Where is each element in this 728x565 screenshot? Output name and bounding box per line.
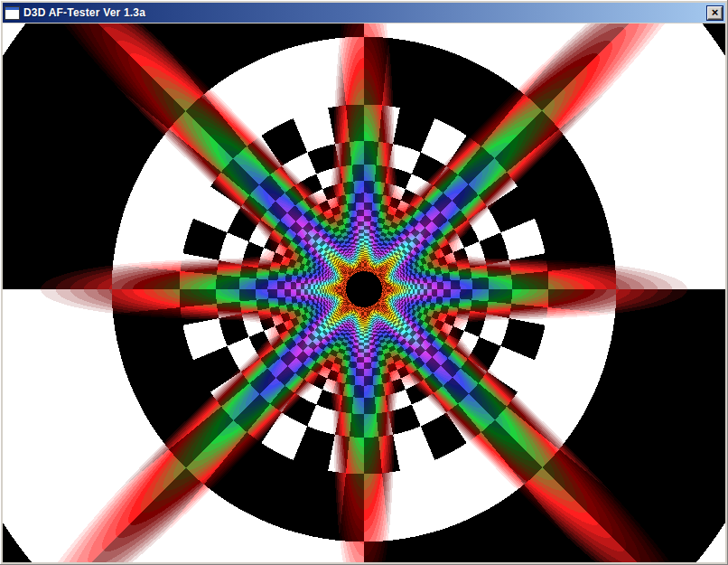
app-window: D3D AF-Tester Ver 1.3a × [0, 0, 728, 565]
close-icon: × [708, 7, 722, 18]
app-icon-stripe [5, 7, 19, 10]
close-button[interactable]: × [707, 6, 723, 20]
titlebar[interactable]: D3D AF-Tester Ver 1.3a × [3, 3, 725, 23]
client-area [3, 24, 725, 562]
window-title: D3D AF-Tester Ver 1.3a [20, 6, 707, 19]
af-test-render-canvas [3, 24, 725, 562]
app-icon[interactable] [5, 6, 20, 20]
